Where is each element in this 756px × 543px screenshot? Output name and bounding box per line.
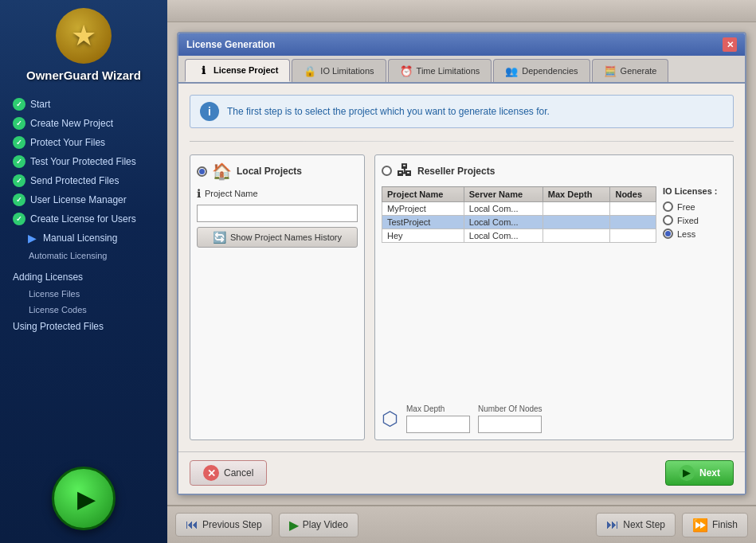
sidebar-label-manual-licensing: Manual Licensing: [43, 232, 117, 244]
project-name-input[interactable]: [197, 205, 358, 222]
sidebar-item-license-codes[interactable]: License Codes: [6, 302, 161, 318]
io-option-fixed[interactable]: Fixed: [663, 215, 727, 225]
next-button[interactable]: ▶ Next: [665, 460, 734, 486]
sidebar-item-test-protected[interactable]: ✓ Test Your Protected Files: [6, 152, 161, 171]
tab-generate[interactable]: 🧮 Generate: [592, 59, 669, 82]
info-icon: i: [200, 102, 219, 121]
sidebar-label-test-protected: Test Your Protected Files: [30, 156, 136, 167]
sidebar-label-protect-files: Protect Your Files: [30, 137, 105, 148]
tab-label-time-limitations: Time Limitations: [417, 66, 480, 76]
sidebar-item-adding-licenses[interactable]: Adding Licenses: [6, 268, 161, 286]
sidebar-item-license-files[interactable]: License Files: [6, 286, 161, 302]
sidebar-item-start[interactable]: ✓ Start: [6, 95, 161, 114]
tab-icon-license-project: ℹ: [197, 64, 210, 76]
local-panel-header: 🏠 Local Projects: [197, 162, 358, 181]
cell-project-name: TestProject: [382, 216, 464, 229]
io-licenses-box: IO Licenses : Free Fixed: [663, 186, 727, 398]
next-step-label: Next Step: [623, 519, 665, 530]
sidebar-item-create-new-project[interactable]: ✓ Create New Project: [6, 114, 161, 133]
cell-server-name: Local Com...: [464, 216, 543, 229]
sidebar-logo: [56, 8, 112, 64]
max-depth-input[interactable]: [406, 416, 470, 433]
previous-step-button[interactable]: ⏮ Previous Step: [175, 513, 272, 537]
dialog-area: License Generation ✕ ℹ License Project 🔒…: [167, 22, 756, 505]
cancel-icon: ✕: [203, 465, 219, 481]
info-bar: i The first step is to select the projec…: [190, 95, 734, 128]
cell-max-depth: [543, 202, 610, 216]
max-depth-label: Max Depth: [406, 404, 470, 413]
io-option-free[interactable]: Free: [663, 201, 727, 212]
show-history-button[interactable]: 🔄 Show Project Names History: [197, 227, 358, 248]
dialog-tabs: ℹ License Project 🔒 IO Limitations ⏰ Tim…: [178, 56, 745, 84]
check-icon: ✓: [13, 155, 25, 168]
cell-max-depth: [543, 229, 610, 243]
check-icon: ✓: [13, 98, 25, 111]
sidebar-item-using-protected[interactable]: Using Protected Files: [6, 318, 161, 335]
cancel-button[interactable]: ✕ Cancel: [190, 460, 267, 486]
sidebar-item-send-protected[interactable]: ✓ Send Protected Files: [6, 171, 161, 190]
num-nodes-input[interactable]: [478, 416, 542, 433]
tab-io-limitations[interactable]: 🔒 IO Limitations: [292, 59, 386, 82]
reseller-content: Project Name Server Name Max Depth Nodes: [382, 186, 727, 398]
sidebar-label-auto-licensing: Automatic Licensing: [29, 251, 107, 260]
sidebar-item-manual-licensing[interactable]: ▶ Manual Licensing: [6, 229, 161, 248]
play-video-button[interactable]: ▶ Play Video: [279, 513, 358, 537]
tab-time-limitations[interactable]: ⏰ Time Limitations: [388, 59, 492, 82]
house-icon: 🏠: [212, 162, 232, 181]
cell-server-name: Local Com...: [464, 202, 543, 216]
radio-free[interactable]: [663, 201, 673, 212]
col-project-name: Project Name: [382, 187, 464, 202]
cell-project-name: Hey: [382, 229, 464, 243]
sidebar-item-protect-files[interactable]: ✓ Protect Your Files: [6, 133, 161, 152]
max-depth-group: Max Depth: [406, 404, 470, 433]
network-nodes-icon: ⬡: [382, 408, 398, 430]
project-name-label-row: ℹ Project Name: [197, 187, 358, 200]
sidebar-label-start: Start: [30, 99, 50, 110]
local-radio[interactable]: [197, 166, 207, 177]
tab-license-project[interactable]: ℹ License Project: [185, 59, 290, 82]
check-icon: ✓: [13, 117, 25, 130]
io-option-less[interactable]: Less: [663, 229, 727, 239]
app-container: OwnerGuard Wizard ✓ Start ✓ Create New P…: [0, 0, 756, 543]
table-row[interactable]: MyProject Local Com...: [382, 202, 656, 216]
sidebar-label-using-protected: Using Protected Files: [13, 321, 104, 332]
dialog-actions: ✕ Cancel ▶ Next: [178, 451, 745, 494]
divider: [190, 141, 734, 142]
col-server-name: Server Name: [464, 187, 543, 202]
dialog-box: License Generation ✕ ℹ License Project 🔒…: [177, 32, 746, 495]
num-nodes-label: Number Of Nodes: [478, 404, 543, 413]
next-step-button[interactable]: ⏭ Next Step: [596, 513, 676, 537]
table-row[interactable]: Hey Local Com...: [382, 229, 656, 243]
cell-max-depth: [543, 216, 610, 229]
sidebar-play-button[interactable]: [52, 467, 116, 530]
info-small-icon: ℹ: [197, 187, 201, 200]
sidebar-label-user-license: User License Manager: [30, 194, 127, 205]
tab-icon-dependencies: 👥: [505, 64, 518, 77]
dialog-titlebar: License Generation ✕: [178, 33, 745, 56]
history-icon: 🔄: [213, 231, 226, 244]
sidebar-item-user-license[interactable]: ✓ User License Manager: [6, 190, 161, 209]
radio-fixed[interactable]: [663, 215, 673, 225]
projects-table: Project Name Server Name Max Depth Nodes: [382, 186, 656, 243]
main-content: License Generation ✕ ℹ License Project 🔒…: [167, 0, 756, 543]
sidebar-item-auto-licensing[interactable]: Automatic Licensing: [6, 248, 161, 264]
tab-icon-io-limitations: 🔒: [304, 64, 316, 77]
finish-label: Finish: [712, 519, 738, 530]
network-icon: 🖧: [397, 162, 413, 180]
tab-dependencies[interactable]: 👥 Dependencies: [493, 59, 590, 82]
sidebar-item-create-license[interactable]: ✓ Create License for Users: [6, 209, 161, 229]
local-panel-label: Local Projects: [237, 166, 302, 177]
reseller-panel-header: 🖧 Reseller Projects: [382, 162, 727, 180]
sidebar-title: OwnerGuard Wizard: [26, 68, 141, 82]
cell-project-name: MyProject: [382, 202, 464, 216]
info-text: The first step is to select the project …: [227, 106, 550, 117]
finish-button[interactable]: ⏩ Finish: [682, 513, 748, 537]
radio-less[interactable]: [663, 229, 673, 239]
check-icon: ✓: [13, 136, 25, 149]
table-row[interactable]: TestProject Local Com...: [382, 216, 656, 229]
reseller-radio[interactable]: [382, 166, 392, 176]
dialog-close-button[interactable]: ✕: [723, 37, 737, 52]
cell-nodes: [610, 216, 656, 229]
tab-label-license-project: License Project: [213, 65, 278, 75]
sidebar: OwnerGuard Wizard ✓ Start ✓ Create New P…: [0, 0, 167, 543]
